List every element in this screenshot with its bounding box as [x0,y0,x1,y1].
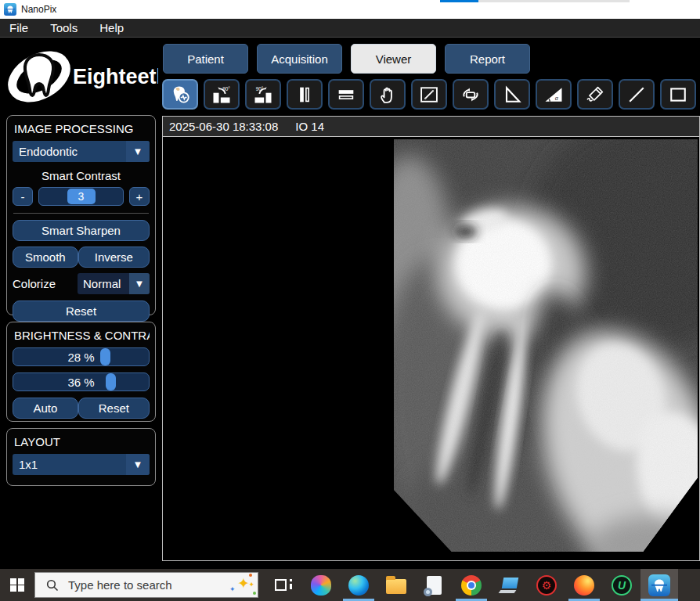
triangle-measure-button[interactable] [494,79,530,110]
brightness-contrast-title: BRIGHTNESS & CONTRAST [14,329,150,342]
image-timestamp: 2025-06-30 18:33:08 [169,120,278,133]
chevron-down-icon: ▼ [129,273,150,294]
tooth-diagnosis-button[interactable] [162,79,198,110]
brand-name: Eighteeth [73,65,158,88]
image-processing-reset-button[interactable]: Reset [13,300,150,322]
right-triangle-icon [500,84,524,106]
viewer-header: 2025-06-30 18:33:08 IO 14 [163,117,699,137]
auto-button[interactable]: Auto [13,398,78,419]
laptop-display-icon [500,578,518,593]
taskbar-search-input[interactable]: Type here to search ✦✦✦ [34,572,258,598]
colorize-dropdown[interactable]: Normal ▼ [78,273,150,294]
brightness-reset-button[interactable]: Reset [78,398,150,419]
layout-dropdown[interactable]: 1x1 ▼ [13,454,150,475]
rotate-right-button[interactable]: 90° [245,79,281,110]
smart-contrast-minus-button[interactable]: - [13,187,33,206]
taskbar-driver-tool-button[interactable]: ⚙ [528,569,565,601]
menu-help[interactable]: Help [88,19,135,37]
angle-measure-icon: α [542,84,565,106]
task-view-button[interactable] [265,569,302,601]
chevron-down-icon: ▼ [126,454,150,475]
flip-vertical-button[interactable] [328,79,364,110]
inverse-button[interactable]: Inverse [78,247,150,268]
menu-tools[interactable]: Tools [39,19,88,37]
taskbar-nanopix-button[interactable] [640,569,678,601]
contrast-value: 36 % [67,376,94,389]
app-window: NanoPix File Tools Help Eighteeth Patien… [0,0,700,601]
fit-resize-button[interactable] [411,79,447,110]
flip-vertical-icon [334,84,358,106]
window-title: NanoPix [21,4,56,15]
taskbar-chrome-button[interactable] [453,569,490,601]
smart-sharpen-button[interactable]: Smart Sharpen [13,220,150,241]
hand-pan-icon [376,84,399,106]
tab-report[interactable]: Report [445,44,530,74]
smart-contrast-track[interactable]: 3 [38,187,124,206]
smart-contrast-value: 3 [67,189,96,204]
title-bar: NanoPix [0,0,700,19]
brightness-contrast-panel: BRIGHTNESS & CONTRAST 28 % 36 % Auto Res… [6,322,156,422]
rectangle-tool-button[interactable] [660,79,696,110]
image-label: IO 14 [295,120,324,133]
menu-bar: File Tools Help [0,19,700,38]
taskbar-iobit-button[interactable]: U [603,569,640,601]
start-button[interactable] [0,569,34,601]
angle-measure-button[interactable]: α [536,79,572,110]
refresh-loop-icon [459,84,482,106]
viewer-canvas[interactable] [163,137,699,560]
background-window-strip [478,0,630,2]
taskbar-display-button[interactable] [490,569,528,601]
layout-dropdown-value: 1x1 [19,458,38,471]
tab-viewer[interactable]: Viewer [351,44,436,74]
rectangle-icon [666,84,690,106]
image-processing-title: IMAGE PROCESSING [14,122,150,135]
line-measure-button[interactable] [619,79,655,110]
smart-contrast-plus-button[interactable]: + [129,187,150,206]
chevron-down-icon: ▼ [126,141,150,162]
windows-taskbar: Type here to search ✦✦✦ ⚙ U [0,569,700,601]
nanopix-app-icon [4,3,16,16]
brightness-slider-thumb[interactable] [100,348,110,365]
smart-contrast-label: Smart Contrast [13,169,150,182]
search-highlights-icon: ✦✦✦ [237,574,250,592]
svg-text:90°: 90° [256,86,264,92]
viewer-toolbar: 90° 90° [162,79,696,110]
panel-divider [13,213,149,214]
preset-dropdown[interactable]: Endodontic ▼ [13,141,150,162]
taskbar-copilot-button[interactable] [302,569,340,601]
taskbar-edge-button[interactable] [340,569,377,601]
taskbar-firefox-button[interactable] [565,569,603,601]
document-search-icon [427,576,442,595]
iobit-uninstaller-icon: U [612,575,632,596]
rotate-right-icon: 90° [251,84,275,106]
brightness-value: 28 % [67,351,94,364]
contrast-slider[interactable]: 36 % [13,372,150,391]
dental-xray-image[interactable] [394,139,698,552]
preset-dropdown-value: Endodontic [19,145,78,158]
contrast-slider-thumb[interactable] [106,373,116,390]
colorize-label: Colorize [13,277,56,290]
layout-title: LAYOUT [14,435,150,448]
menu-file[interactable]: File [0,19,39,37]
svg-text:90°: 90° [222,86,230,92]
eighteeth-logo: Eighteeth [6,45,158,107]
smooth-button[interactable]: Smooth [13,247,78,268]
freehand-draw-button[interactable] [577,79,613,110]
rotate-left-icon: 90° [210,84,233,106]
tab-acquisition[interactable]: Acquisition [257,44,342,74]
line-icon [625,84,648,106]
flip-horizontal-button[interactable] [287,79,323,110]
firefox-icon [574,575,594,596]
pan-tool-button[interactable] [370,79,406,110]
tab-patient[interactable]: Patient [163,44,248,74]
main-tabs: Patient Acquisition Viewer Report [163,44,530,74]
brightness-slider[interactable]: 28 % [13,347,150,366]
taskbar-file-explorer-button[interactable] [377,569,415,601]
windows-logo-icon [10,578,24,592]
rotate-left-button[interactable]: 90° [204,79,240,110]
copilot-icon [311,575,331,596]
image-viewer: 2025-06-30 18:33:08 IO 14 [162,116,700,561]
reset-view-button[interactable] [453,79,489,110]
search-icon [46,579,59,592]
taskbar-document-search-button[interactable] [415,569,453,601]
